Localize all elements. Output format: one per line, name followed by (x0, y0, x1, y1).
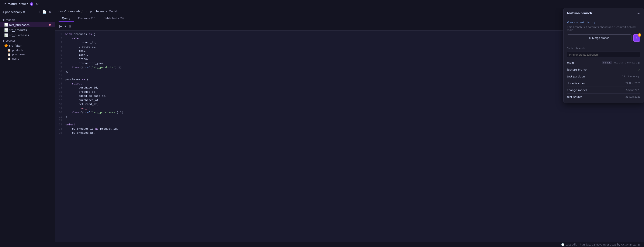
code-line-13: 13 select (55, 82, 644, 86)
merge-branch-button[interactable]: ⊕ Merge branch (567, 34, 632, 42)
last-edit-text: Last edit: Thursday, 02 November 2023 by… (566, 243, 640, 246)
save-file-button[interactable]: 📄 (42, 10, 47, 14)
code-line-18: 18 returned_at, (55, 102, 644, 106)
code-line-11: 11 (55, 74, 644, 78)
sidebar-item-purchases[interactable]: 📋 purchases (0, 52, 55, 57)
mrt-purchases-label: mrt_purchases (9, 23, 30, 26)
tab-query[interactable]: Query (58, 15, 74, 22)
sidebar-header: Alphabetically ≡ + 📄 ⚙ (0, 8, 55, 16)
breadcrumb-models: models (70, 10, 80, 13)
default-badge: default (602, 61, 612, 64)
breadcrumb-mrt-purchases: mrt_purchases (84, 10, 104, 13)
code-line-20: 20 from {{ ref('stg_purchases') }} (55, 110, 644, 115)
sidebar-item-stg-purchases[interactable]: 📊 stg_purchases (0, 32, 55, 38)
view-commit-history-link[interactable]: View commit history (567, 21, 640, 24)
code-line-21: 21 ) (55, 115, 644, 119)
sidebar-tree: ▼ models 📊 mrt_purchases 📊 stg_products … (0, 16, 55, 64)
tab-columns[interactable]: Columns (10) (75, 15, 100, 22)
code-line-25: 25 po.created_at, (55, 131, 644, 135)
branch-list-item-feature-branch[interactable]: feature-branch ✓ (567, 66, 640, 73)
branch-list-item-docs-fivetran[interactable]: docs-fivetran 22 Nov 2023 (567, 80, 640, 87)
tab-table-tests[interactable]: Table tests (0) (101, 15, 127, 22)
add-file-button[interactable]: + (38, 10, 41, 14)
push-badge: 1 (638, 33, 641, 37)
code-line-2: 2 select (55, 36, 644, 41)
commit-actions: ⊕ Merge branch ↑ 1 (567, 34, 640, 42)
breadcrumb-file-type-icon: ✕ (106, 10, 108, 13)
push-button[interactable]: ↑ 1 (633, 34, 640, 42)
models-section-header[interactable]: ▼ models (0, 18, 55, 22)
bottom-bar: 🕐 Last edit: Thursday, 02 November 2023 … (55, 242, 644, 247)
purchases-label: purchases (12, 53, 25, 56)
sidebar-item-src-faker[interactable]: 🔶 src_faker (0, 43, 55, 48)
sidebar-item-users[interactable]: 📋 users (0, 57, 55, 61)
purchases-table-icon: 📋 (8, 53, 11, 56)
branch-list-item-change-model[interactable]: change-model 5 Sept 2023 (567, 87, 640, 94)
list-button[interactable]: ☰ (73, 23, 78, 29)
code-line-12: 12 purchases as ( (55, 78, 644, 82)
code-line-22: 22 (55, 119, 644, 123)
branch-popup-body: View commit history This branch is 0 com… (564, 18, 644, 103)
stg-products-icon: 📊 (4, 28, 8, 32)
run-button[interactable]: ▶ (58, 23, 63, 29)
code-line-4: 4 created_at, (55, 45, 644, 49)
code-line-24: 24 po.product_id as product_id, (55, 127, 644, 131)
code-line-8: 8 production_year (55, 61, 644, 66)
breadcrumb: docs1 / models / mrt_purchases ✕ Model ☆ (55, 8, 644, 15)
clock-icon: 🕐 (561, 243, 564, 246)
branch-popup-header: feature-branch ⋯ (564, 8, 644, 18)
products-table-icon: 📋 (8, 49, 11, 52)
editor-tabs: Query Columns (10) Table tests (0) (55, 15, 644, 22)
breadcrumb-sep-2: / (82, 10, 82, 13)
branch-list-item-test-source[interactable]: test-source 31 Aug 2023 (567, 94, 640, 100)
branch-icon: ⎇ (2, 2, 6, 6)
code-line-19: 19 user_id (55, 106, 644, 111)
refresh-button[interactable]: ↻ (35, 2, 40, 6)
branch-notification-badge: 1 (30, 2, 33, 6)
breadcrumb-sep-1: / (68, 10, 69, 13)
code-line-1: 1 with products as ( (55, 32, 644, 36)
users-table-icon: 📋 (8, 57, 11, 60)
code-line-5: 5 make, (55, 49, 644, 53)
sources-section-header[interactable]: ▼ sources (0, 38, 55, 43)
sources-section: ▼ sources 🔶 src_faker 📋 products 📋 purch… (0, 38, 55, 61)
unsaved-dot (49, 24, 51, 26)
breadcrumb-docs1: docs1 (58, 10, 67, 13)
stg-purchases-icon: 📊 (4, 33, 8, 37)
switch-branch-section: Switch branch main default less than a m… (567, 44, 640, 100)
code-line-7: 7 price, (55, 57, 644, 61)
stg-products-label: stg_products (9, 28, 27, 32)
models-label: models (6, 18, 15, 22)
code-line-14: 14 purchase_id, (55, 86, 644, 90)
branch-list: main default less than a minute ago feat… (567, 60, 640, 100)
more-options-button[interactable]: ⋯ (41, 2, 46, 6)
sidebar-sort-label: Alphabetically ≡ (2, 10, 25, 14)
code-line-3: 3 product_id, (55, 40, 644, 45)
sidebar-item-products[interactable]: 📋 products (0, 48, 55, 52)
sidebar-settings-button[interactable]: ⚙ (48, 10, 52, 14)
models-section: ▼ models 📊 mrt_purchases 📊 stg_products … (0, 18, 55, 38)
top-bar: ⎇ feature-branch 1 ↻ ⋯ (0, 0, 644, 8)
code-line-23: 23 select (55, 123, 644, 127)
code-line-10: 10 ), (55, 70, 644, 74)
branch-search-input[interactable] (567, 52, 640, 58)
breadcrumb-file-type: Model (109, 10, 117, 13)
branch-popup-title: feature-branch (567, 12, 592, 15)
code-line-17: 17 purchased_at, (55, 98, 644, 102)
branch-popup: feature-branch ⋯ View commit history Thi… (563, 8, 644, 103)
current-branch-check: ✓ (638, 68, 640, 71)
run-dropdown-button[interactable]: ▾ (64, 23, 67, 29)
sidebar-item-stg-products[interactable]: 📊 stg_products (0, 27, 55, 32)
mrt-purchases-icon: 📊 (4, 23, 8, 26)
users-label: users (12, 57, 19, 60)
branch-list-item-main[interactable]: main default less than a minute ago (567, 60, 640, 66)
code-line-15: 15 product_id, (55, 90, 644, 94)
code-editor[interactable]: 1 with products as ( 2 select 3 product_… (55, 30, 644, 242)
branch-list-item-test-partition[interactable]: test-partition 19 minutes ago (567, 73, 640, 80)
switch-branch-label: Switch branch (567, 47, 640, 50)
branch-popup-more-button[interactable]: ⋯ (636, 11, 640, 16)
format-button[interactable]: ⊞ (68, 23, 72, 29)
src-faker-label: src_faker (9, 44, 22, 47)
code-line-16: 16 added_to_cart_at, (55, 94, 644, 98)
sidebar-item-mrt-purchases[interactable]: 📊 mrt_purchases (0, 22, 55, 27)
